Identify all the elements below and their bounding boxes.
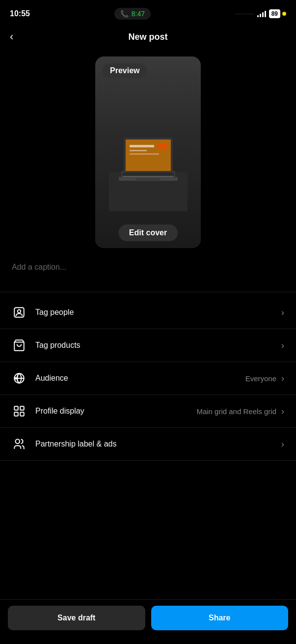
tag-people-icon — [12, 305, 27, 320]
svg-point-14 — [18, 310, 21, 313]
profile-display-value: Main grid and Reels grid — [196, 407, 276, 416]
audience-label: Audience — [35, 374, 245, 383]
svg-rect-21 — [14, 412, 18, 416]
svg-rect-22 — [20, 412, 24, 416]
battery-dot — [282, 12, 286, 16]
option-tag-people[interactable]: Tag people › — [0, 296, 296, 329]
profile-display-label: Profile display — [35, 407, 196, 416]
option-profile-display[interactable]: Profile display Main grid and Reels grid… — [0, 395, 296, 428]
tag-people-chevron: › — [281, 308, 284, 318]
signal-bar-1 — [257, 15, 259, 17]
status-right: ············ 89 — [235, 9, 286, 18]
edit-cover-button[interactable]: Edit cover — [118, 224, 178, 241]
signal-bar-3 — [262, 12, 264, 17]
partnership-chevron: › — [281, 439, 284, 449]
battery-container: 89 — [269, 9, 286, 18]
signal-bar-4 — [265, 11, 266, 17]
svg-rect-12 — [123, 176, 174, 177]
phone-icon: 📞 — [120, 10, 129, 18]
svg-rect-8 — [158, 143, 167, 149]
signal-bars — [257, 10, 266, 17]
page-title: New post — [128, 32, 167, 42]
bottom-buttons: Save draft Share — [0, 599, 296, 644]
audience-value: Everyone — [245, 374, 276, 383]
svg-rect-7 — [130, 153, 159, 155]
laptop-image — [109, 113, 188, 211]
status-bar: 10:55 📞 8:47 ············ 89 — [0, 0, 296, 25]
media-preview-container: Preview Edit cover — [0, 49, 296, 253]
profile-display-chevron: › — [281, 406, 284, 417]
svg-point-23 — [15, 439, 20, 444]
save-draft-button[interactable]: Save draft — [8, 606, 145, 630]
back-button[interactable]: ‹ — [10, 30, 13, 43]
tag-products-icon — [12, 338, 27, 353]
partnership-label: Partnership label & ads — [35, 440, 276, 448]
status-time: 10:55 — [10, 9, 30, 18]
share-button[interactable]: Share — [151, 606, 289, 630]
svg-point-18 — [15, 377, 16, 379]
bottom-spacer — [0, 461, 296, 520]
audience-icon — [12, 371, 27, 386]
tag-people-label: Tag people — [35, 308, 276, 317]
battery-level: 89 — [269, 9, 280, 18]
signal-bar-2 — [260, 14, 261, 17]
svg-rect-11 — [136, 178, 161, 181]
tag-products-label: Tag products — [35, 341, 276, 350]
partnership-icon — [12, 437, 27, 451]
option-audience[interactable]: Audience Everyone › — [0, 362, 296, 395]
svg-rect-19 — [14, 406, 18, 410]
svg-rect-20 — [20, 406, 24, 410]
header: ‹ New post — [0, 25, 296, 49]
options-list: Tag people › Tag products › — [0, 296, 296, 461]
option-partnership[interactable]: Partnership label & ads › — [0, 428, 296, 461]
svg-rect-6 — [130, 150, 147, 151]
network-dots: ············ — [235, 12, 254, 16]
option-tag-products[interactable]: Tag products › — [0, 329, 296, 362]
svg-rect-5 — [130, 145, 154, 147]
media-preview: Preview Edit cover — [95, 56, 201, 248]
status-call-pill: 📞 8:47 — [114, 8, 151, 20]
profile-display-icon — [12, 404, 27, 419]
svg-rect-10 — [123, 172, 174, 176]
caption-placeholder: Add a caption... — [12, 263, 66, 271]
call-timer: 8:47 — [132, 10, 145, 18]
preview-badge: Preview — [102, 63, 147, 78]
laptop-scene — [95, 56, 201, 248]
tag-products-chevron: › — [281, 340, 284, 351]
caption-area[interactable]: Add a caption... — [0, 253, 296, 292]
audience-chevron: › — [281, 373, 284, 384]
